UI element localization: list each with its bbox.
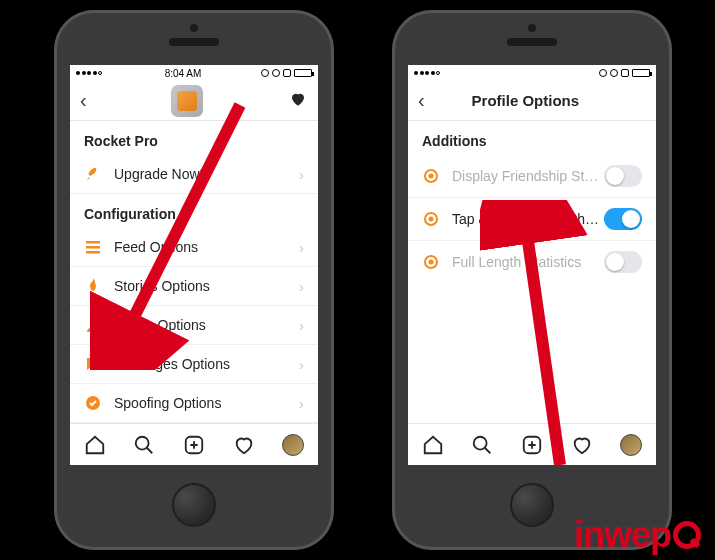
row-label: Full Length Statistics bbox=[452, 254, 604, 270]
camera-dot bbox=[528, 24, 536, 32]
svg-rect-1 bbox=[86, 246, 100, 249]
svg-point-13 bbox=[474, 436, 487, 449]
svg-rect-2 bbox=[86, 251, 100, 254]
chevron-right-icon: › bbox=[299, 317, 304, 334]
bullet-icon bbox=[422, 167, 440, 185]
avatar-icon bbox=[620, 434, 642, 456]
tab-add[interactable] bbox=[520, 433, 544, 457]
camera-dot bbox=[190, 24, 198, 32]
tab-bar bbox=[70, 423, 318, 465]
watermark-logo-icon bbox=[673, 521, 701, 549]
toggle-fulllength[interactable] bbox=[604, 251, 642, 273]
nav-header: ‹ Profile Options bbox=[408, 81, 656, 121]
row-spoofing-options[interactable]: Spoofing Options › bbox=[70, 384, 318, 423]
section-header-additions: Additions bbox=[408, 121, 656, 155]
status-time: 8:04 AM bbox=[165, 68, 202, 79]
message-icon bbox=[84, 355, 102, 373]
tab-activity[interactable] bbox=[570, 433, 594, 457]
svg-point-12 bbox=[429, 260, 434, 265]
toggle-friendship[interactable] bbox=[604, 165, 642, 187]
tab-profile[interactable] bbox=[281, 433, 305, 457]
alarm-icon bbox=[621, 69, 629, 77]
profile-icon bbox=[84, 316, 102, 334]
watermark-text: inwep bbox=[574, 514, 671, 556]
row-friendship-status[interactable]: Display Friendship Status bbox=[408, 155, 656, 198]
back-button[interactable]: ‹ bbox=[80, 89, 87, 112]
row-label: Stories Options bbox=[114, 278, 299, 294]
feed-icon bbox=[84, 238, 102, 256]
phone-frame-right: ‹ Profile Options Additions Display Frie… bbox=[392, 10, 672, 550]
rocket-icon bbox=[84, 165, 102, 183]
section-header-config: Configuration bbox=[70, 194, 318, 228]
status-icon bbox=[610, 69, 618, 77]
battery-icon bbox=[294, 69, 312, 77]
tab-search[interactable] bbox=[470, 433, 494, 457]
screen-left: 8:04 AM ‹ Rocket Pro Upgrade Now! bbox=[70, 65, 318, 465]
section-header-premium: Rocket Pro bbox=[70, 121, 318, 155]
svg-point-5 bbox=[136, 436, 149, 449]
alarm-icon bbox=[283, 69, 291, 77]
chevron-right-icon: › bbox=[299, 395, 304, 412]
row-profile-options[interactable]: Profile Options › bbox=[70, 306, 318, 345]
tab-activity[interactable] bbox=[232, 433, 256, 457]
row-upgrade[interactable]: Upgrade Now! › bbox=[70, 155, 318, 194]
toggle-taphold[interactable] bbox=[604, 208, 642, 230]
favorite-button[interactable] bbox=[288, 90, 308, 112]
check-icon bbox=[84, 394, 102, 412]
chevron-right-icon: › bbox=[299, 278, 304, 295]
status-bar bbox=[408, 65, 656, 81]
phone-top bbox=[54, 10, 334, 65]
tab-add[interactable] bbox=[182, 433, 206, 457]
row-feed-options[interactable]: Feed Options › bbox=[70, 228, 318, 267]
row-label: Profile Options bbox=[114, 317, 299, 333]
svg-rect-0 bbox=[86, 241, 100, 244]
orientation-lock-icon bbox=[599, 69, 607, 77]
tab-home[interactable] bbox=[421, 433, 445, 457]
watermark: inwep bbox=[574, 514, 701, 556]
flame-icon bbox=[84, 277, 102, 295]
row-label: Feed Options bbox=[114, 239, 299, 255]
home-button[interactable] bbox=[510, 483, 554, 527]
chevron-right-icon: › bbox=[299, 166, 304, 183]
chevron-right-icon: › bbox=[299, 356, 304, 373]
tab-search[interactable] bbox=[132, 433, 156, 457]
tab-profile[interactable] bbox=[619, 433, 643, 457]
row-tap-hold-photo[interactable]: Tap & Hold Profile Photo... bbox=[408, 198, 656, 241]
page-title: Profile Options bbox=[472, 92, 580, 109]
earpiece bbox=[507, 38, 557, 46]
tab-bar bbox=[408, 423, 656, 465]
status-icon bbox=[272, 69, 280, 77]
back-button[interactable]: ‹ bbox=[418, 89, 425, 112]
screen-right: ‹ Profile Options Additions Display Frie… bbox=[408, 65, 656, 465]
svg-point-10 bbox=[429, 217, 434, 222]
signal-icon bbox=[414, 71, 440, 75]
row-label: Upgrade Now! bbox=[114, 166, 299, 182]
phone-top bbox=[392, 10, 672, 65]
signal-icon bbox=[76, 71, 102, 75]
row-stories-options[interactable]: Stories Options › bbox=[70, 267, 318, 306]
orientation-lock-icon bbox=[261, 69, 269, 77]
bullet-icon bbox=[422, 253, 440, 271]
row-label: Display Friendship Status bbox=[452, 168, 604, 184]
earpiece bbox=[169, 38, 219, 46]
avatar-icon bbox=[282, 434, 304, 456]
chevron-right-icon: › bbox=[299, 239, 304, 256]
status-bar: 8:04 AM bbox=[70, 65, 318, 81]
svg-point-3 bbox=[90, 319, 96, 325]
options-list: Additions Display Friendship Status Tap … bbox=[408, 121, 656, 423]
tab-home[interactable] bbox=[83, 433, 107, 457]
bullet-icon bbox=[422, 210, 440, 228]
nav-header: ‹ bbox=[70, 81, 318, 121]
row-label: Spoofing Options bbox=[114, 395, 299, 411]
battery-icon bbox=[632, 69, 650, 77]
svg-point-8 bbox=[429, 174, 434, 179]
row-full-length-stats[interactable]: Full Length Statistics bbox=[408, 241, 656, 283]
app-icon[interactable] bbox=[171, 85, 203, 117]
row-label: Messages Options bbox=[114, 356, 299, 372]
row-label: Tap & Hold Profile Photo... bbox=[452, 211, 604, 227]
row-messages-options[interactable]: Messages Options › bbox=[70, 345, 318, 384]
phone-frame-left: 8:04 AM ‹ Rocket Pro Upgrade Now! bbox=[54, 10, 334, 550]
settings-list: Rocket Pro Upgrade Now! › Configuration … bbox=[70, 121, 318, 423]
home-button[interactable] bbox=[172, 483, 216, 527]
